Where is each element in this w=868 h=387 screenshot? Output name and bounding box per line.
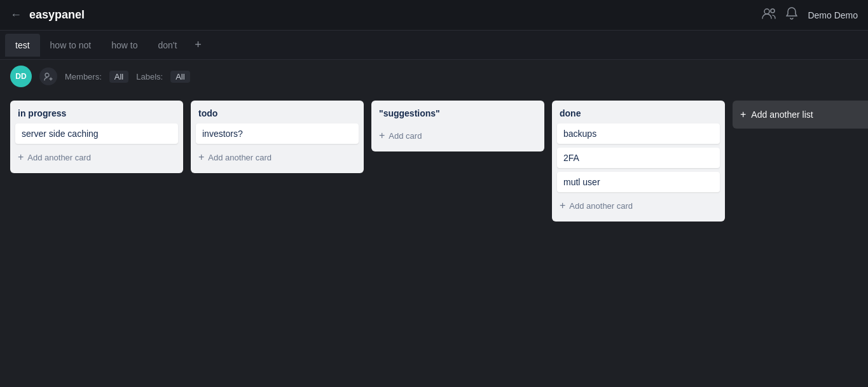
labels-label: Labels: bbox=[136, 72, 163, 81]
card[interactable]: 2FA bbox=[557, 148, 720, 168]
plus-icon: + bbox=[198, 151, 204, 163]
card[interactable]: server side caching bbox=[15, 123, 178, 144]
card[interactable]: mutl user bbox=[557, 172, 720, 192]
tabbar: test how to not how to don't + bbox=[0, 31, 868, 60]
team-icon[interactable] bbox=[762, 8, 776, 22]
avatar: DD bbox=[10, 66, 32, 87]
list-title-1: todo bbox=[196, 107, 359, 123]
add-card-button[interactable]: +Add another card bbox=[557, 196, 720, 215]
members-label: Members: bbox=[65, 72, 102, 81]
svg-point-2 bbox=[45, 73, 49, 77]
add-tab-button[interactable]: + bbox=[187, 33, 209, 57]
members-value[interactable]: All bbox=[109, 71, 128, 83]
list-2: "suggestions"+Add card bbox=[371, 101, 544, 151]
navbar-right: Demo Demo bbox=[762, 7, 858, 23]
list-title-2: "suggestions" bbox=[376, 107, 539, 123]
card[interactable]: investors? bbox=[196, 123, 359, 144]
add-card-button[interactable]: +Add card bbox=[376, 126, 539, 145]
add-list-label: Add another list bbox=[751, 109, 813, 120]
plus-icon: + bbox=[18, 151, 24, 163]
add-list-button[interactable]: +Add another list bbox=[733, 101, 868, 129]
tab-how-to-not[interactable]: how to not bbox=[40, 34, 102, 57]
list-0: in progressserver side caching+Add anoth… bbox=[10, 101, 183, 173]
list-1: todoinvestors?+Add another card bbox=[191, 101, 364, 173]
bell-icon[interactable] bbox=[786, 7, 797, 23]
plus-icon: + bbox=[560, 200, 565, 211]
tab-test[interactable]: test bbox=[5, 34, 40, 57]
add-card-label: Add another card bbox=[208, 153, 272, 162]
svg-point-1 bbox=[771, 9, 775, 13]
add-member-button[interactable] bbox=[39, 67, 57, 85]
add-list-plus-icon: + bbox=[740, 109, 746, 120]
tab-dont[interactable]: don't bbox=[148, 34, 187, 57]
navbar: ← easypanel Demo Demo bbox=[0, 0, 868, 31]
app-logo: easypanel bbox=[29, 8, 762, 22]
add-card-label: Add card bbox=[389, 131, 422, 141]
user-label[interactable]: Demo Demo bbox=[808, 10, 858, 20]
card[interactable]: backups bbox=[557, 123, 720, 144]
board: in progressserver side caching+Add anoth… bbox=[0, 93, 868, 387]
add-card-button[interactable]: +Add another card bbox=[196, 148, 359, 167]
labels-value[interactable]: All bbox=[170, 71, 189, 83]
back-button[interactable]: ← bbox=[10, 8, 22, 22]
add-card-button[interactable]: +Add another card bbox=[15, 148, 178, 167]
add-card-label: Add another card bbox=[27, 153, 91, 162]
tab-how-to[interactable]: how to bbox=[101, 34, 148, 57]
plus-icon: + bbox=[379, 130, 385, 141]
toolbar: DD Members: All Labels: All bbox=[0, 60, 868, 93]
add-card-label: Add another card bbox=[569, 201, 633, 211]
list-3: donebackups2FAmutl user+Add another card bbox=[552, 101, 725, 222]
list-title-0: in progress bbox=[15, 107, 178, 123]
list-title-3: done bbox=[557, 107, 720, 123]
svg-point-0 bbox=[764, 9, 769, 14]
